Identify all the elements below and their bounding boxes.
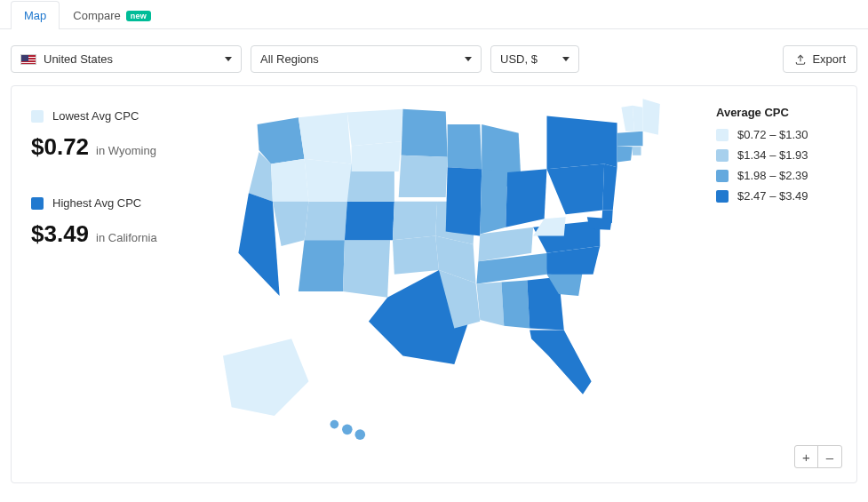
- svg-marker-44: [642, 99, 659, 134]
- country-select[interactable]: United States: [11, 45, 242, 73]
- highest-cpc-stat: Highest Avg CPC $3.49 in California: [31, 196, 209, 248]
- svg-marker-8: [343, 240, 390, 298]
- export-label: Export: [812, 52, 846, 66]
- lowest-cpc-stat: Lowest Avg CPC $0.72 in Wyoming: [31, 109, 209, 161]
- svg-marker-40: [617, 146, 632, 162]
- zoom-controls: + –: [794, 445, 842, 468]
- svg-point-51: [354, 429, 365, 440]
- legend-swatch: [716, 149, 729, 162]
- legend-bucket-3[interactable]: $1.98 – $2.39: [716, 169, 840, 182]
- svg-marker-14: [392, 202, 436, 240]
- us-flag-icon: [20, 54, 36, 65]
- svg-marker-7: [298, 240, 344, 291]
- controls-bar: United States All Regions USD, $ Export: [0, 29, 868, 85]
- svg-point-50: [342, 425, 353, 435]
- view-tabs: Map Compare new: [0, 0, 868, 29]
- map-card: Lowest Avg CPC $0.72 in Wyoming Highest …: [11, 85, 857, 483]
- svg-marker-37: [546, 163, 604, 214]
- legend: Average CPC $0.72 – $1.30 $1.34 – $1.93 …: [716, 106, 840, 474]
- legend-label: $1.98 – $2.39: [737, 169, 808, 182]
- lowest-swatch: [31, 110, 44, 123]
- svg-marker-46: [586, 217, 611, 229]
- svg-marker-23: [445, 167, 482, 235]
- legend-label: $0.72 – $1.30: [737, 128, 808, 141]
- zoom-out-button[interactable]: –: [818, 446, 841, 467]
- svg-marker-15: [392, 235, 438, 274]
- tab-compare-label: Compare: [73, 9, 120, 22]
- highest-value: $3.49: [31, 220, 89, 248]
- legend-swatch: [716, 129, 729, 141]
- tab-compare[interactable]: Compare new: [60, 1, 164, 29]
- lowest-label: Lowest Avg CPC: [52, 109, 139, 123]
- tab-map[interactable]: Map: [11, 1, 60, 29]
- svg-marker-38: [602, 163, 617, 210]
- legend-bucket-4[interactable]: $2.47 – $3.49: [716, 189, 840, 203]
- svg-marker-0: [257, 117, 304, 163]
- legend-label: $2.47 – $3.49: [737, 189, 808, 203]
- svg-marker-18: [398, 155, 447, 197]
- svg-marker-29: [476, 283, 504, 326]
- zoom-in-button[interactable]: +: [795, 446, 818, 467]
- legend-bucket-2[interactable]: $1.34 – $1.93: [716, 148, 840, 162]
- region-label: All Regions: [260, 52, 319, 66]
- chevron-down-icon: [225, 57, 232, 61]
- legend-label: $1.34 – $1.93: [737, 148, 808, 162]
- svg-marker-10: [344, 202, 394, 240]
- svg-marker-13: [351, 141, 401, 171]
- svg-marker-12: [346, 109, 402, 146]
- country-label: United States: [44, 52, 113, 66]
- legend-swatch: [716, 170, 729, 182]
- svg-marker-43: [632, 106, 642, 131]
- lowest-value: $0.72: [31, 133, 89, 161]
- export-icon: [794, 53, 807, 66]
- svg-marker-41: [617, 131, 642, 146]
- svg-marker-39: [546, 116, 617, 169]
- svg-marker-30: [501, 281, 530, 329]
- highest-swatch: [31, 197, 44, 210]
- svg-marker-22: [447, 124, 482, 169]
- legend-swatch: [716, 190, 729, 203]
- svg-marker-3: [271, 159, 308, 202]
- svg-marker-5: [272, 202, 308, 246]
- chevron-down-icon: [465, 57, 472, 61]
- svg-marker-42: [621, 106, 633, 131]
- export-button[interactable]: Export: [783, 45, 857, 73]
- highest-label: Highest Avg CPC: [52, 196, 141, 210]
- svg-rect-47: [632, 147, 641, 155]
- stats-column: Lowest Avg CPC $0.72 in Wyoming Highest …: [31, 106, 209, 474]
- svg-marker-25: [480, 169, 507, 234]
- currency-label: USD, $: [500, 52, 538, 66]
- svg-marker-6: [304, 202, 346, 240]
- legend-title: Average CPC: [716, 106, 840, 119]
- svg-marker-4: [238, 193, 279, 296]
- svg-marker-26: [506, 169, 546, 227]
- svg-marker-48: [223, 339, 308, 416]
- legend-bucket-1[interactable]: $0.72 – $1.30: [716, 128, 840, 141]
- svg-point-49: [330, 420, 338, 429]
- svg-marker-9: [304, 159, 351, 202]
- new-badge: new: [126, 11, 151, 21]
- svg-marker-32: [530, 331, 591, 394]
- region-select[interactable]: All Regions: [251, 45, 482, 73]
- highest-location: in California: [96, 231, 157, 244]
- currency-select[interactable]: USD, $: [490, 45, 579, 73]
- lowest-location: in Wyoming: [96, 144, 156, 157]
- us-map[interactable]: [209, 106, 716, 474]
- chevron-down-icon: [562, 57, 569, 61]
- svg-marker-2: [298, 113, 351, 164]
- svg-marker-17: [401, 109, 447, 157]
